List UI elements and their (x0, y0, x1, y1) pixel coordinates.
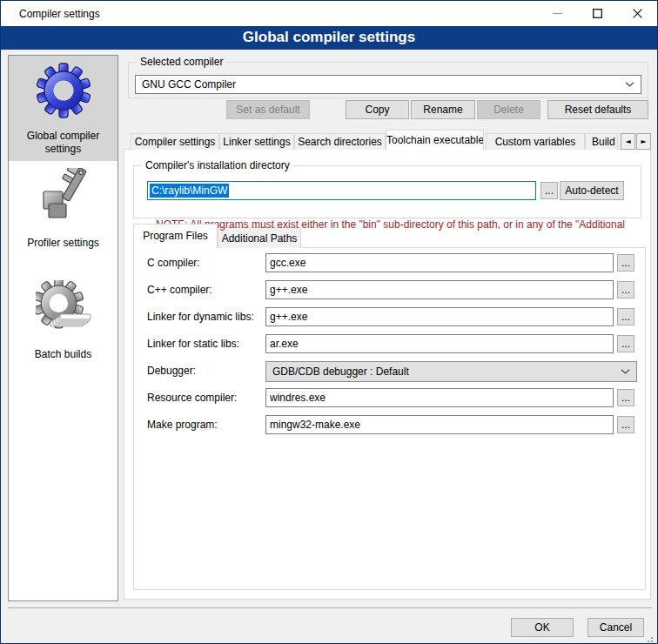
debugger-label: Debugger: (147, 361, 196, 380)
static-linker-input[interactable] (265, 334, 614, 353)
c-compiler-browse-button[interactable]: ... (617, 254, 634, 272)
page-title: Global compiler settings (1, 26, 657, 50)
rename-button[interactable]: Rename (411, 100, 475, 119)
field-row-make-program: Make program: ... (134, 415, 645, 436)
dynamic-linker-label: Linker for dynamic libs: (147, 307, 254, 326)
resource-compiler-input[interactable] (265, 388, 614, 407)
cpp-compiler-input[interactable] (265, 280, 614, 299)
debugger-select[interactable]: GDB/CDB debugger : Default (265, 361, 637, 382)
tab-toolchain-executables[interactable]: Toolchain executables (386, 130, 484, 150)
selected-compiler-legend: Selected compiler (137, 56, 226, 69)
tab-custom-variables[interactable]: Custom variables (486, 133, 585, 150)
static-linker-browse-button[interactable]: ... (617, 335, 634, 352)
close-icon (633, 9, 642, 18)
cpp-compiler-browse-button[interactable]: ... (617, 281, 634, 299)
ok-button[interactable]: OK (511, 618, 574, 637)
minimize-icon (553, 9, 562, 18)
resource-compiler-browse-button[interactable]: ... (617, 389, 634, 406)
field-row-cpp-compiler: C++ compiler: ... (134, 280, 645, 301)
chevron-down-icon (625, 82, 634, 87)
field-row-resource-compiler: Resource compiler: ... (134, 388, 645, 409)
tab-linker-settings[interactable]: Linker settings (219, 133, 294, 150)
make-program-input[interactable] (265, 415, 614, 434)
tab-scroll-left-button[interactable]: ◄ (621, 133, 635, 150)
sidebar-item-label: Batch builds (16, 348, 111, 361)
tab-compiler-settings[interactable]: Compiler settings (131, 133, 219, 150)
dynamic-linker-browse-button[interactable]: ... (617, 308, 634, 325)
make-program-label: Make program: (147, 415, 218, 434)
resource-compiler-label: Resource compiler: (147, 388, 237, 407)
tab-build-options[interactable]: Build options (585, 133, 618, 150)
window-title: Compiler settings (19, 8, 100, 20)
field-row-c-compiler: C compiler: ... (134, 253, 645, 274)
make-program-browse-button[interactable]: ... (617, 416, 634, 433)
compiler-settings-dialog: Compiler settings Global compiler settin… (0, 0, 658, 644)
tab-scroll-right-button[interactable]: ► (636, 133, 651, 150)
set-as-default-button: Set as default (226, 100, 310, 119)
settings-category-list: Global compiler settings Profiler settin… (8, 55, 118, 601)
program-files-page: C compiler: ... C++ compiler: ... Linker… (133, 247, 646, 590)
dynamic-linker-input[interactable] (265, 307, 614, 326)
compiler-select-value: GNU GCC Compiler (142, 78, 236, 91)
sidebar-item-label: Profiler settings (16, 237, 111, 250)
titlebar[interactable]: Compiler settings (1, 1, 657, 26)
reset-defaults-button[interactable]: Reset defaults (547, 100, 648, 119)
gear-blue-icon (36, 63, 91, 118)
auto-detect-button[interactable]: Auto-detect (560, 181, 624, 200)
selected-compiler-group: Selected compiler GNU GCC Compiler (128, 62, 648, 98)
chevron-down-icon (621, 369, 630, 374)
resize-grip[interactable] (651, 637, 653, 639)
field-row-dynamic-linker: Linker for dynamic libs: ... (134, 307, 645, 328)
c-compiler-label: C compiler: (147, 253, 200, 272)
installation-directory-legend: Compiler's installation directory (142, 159, 293, 172)
delete-button: Delete (477, 100, 540, 119)
maximize-icon (593, 9, 602, 18)
browse-directory-button[interactable]: ... (540, 182, 558, 199)
static-linker-label: Linker for static libs: (147, 334, 239, 353)
cancel-button[interactable]: Cancel (588, 618, 644, 637)
sidebar-item-profiler-settings[interactable]: Profiler settings (9, 161, 118, 267)
compiler-select[interactable]: GNU GCC Compiler (135, 75, 641, 94)
sidebar-item-label: Global compiler settings (16, 130, 111, 156)
caliper-icon (36, 168, 91, 224)
bin-subdirectory-note: NOTE: All programs must exist either in … (156, 218, 651, 231)
field-row-debugger: Debugger: GDB/CDB debugger : Default (134, 361, 645, 382)
field-row-static-linker: Linker for static libs: ... (134, 334, 645, 355)
gear-stack-icon (36, 280, 91, 336)
toolchain-executables-page: Compiler's installation directory C:\ray… (124, 149, 651, 600)
minimize-button[interactable] (537, 1, 577, 26)
copy-button[interactable]: Copy (346, 100, 409, 119)
c-compiler-input[interactable] (265, 253, 614, 272)
close-button[interactable] (617, 1, 657, 26)
cpp-compiler-label: C++ compiler: (147, 280, 212, 299)
installation-directory-group: Compiler's installation directory C:\ray… (133, 165, 641, 218)
installation-directory-value: C:\raylib\MinGW (150, 184, 229, 198)
tab-search-directories[interactable]: Search directories (294, 133, 386, 150)
sidebar-item-batch-builds[interactable]: Batch builds (9, 267, 118, 373)
maximize-button[interactable] (577, 1, 617, 26)
footer-divider (8, 607, 652, 608)
window-controls (537, 1, 657, 26)
debugger-select-value: GDB/CDB debugger : Default (272, 366, 409, 378)
subtab-program-files[interactable]: Program Files (133, 224, 218, 248)
sidebar-item-global-compiler-settings[interactable]: Global compiler settings (9, 56, 118, 161)
installation-directory-input[interactable]: C:\raylib\MinGW (147, 181, 536, 200)
